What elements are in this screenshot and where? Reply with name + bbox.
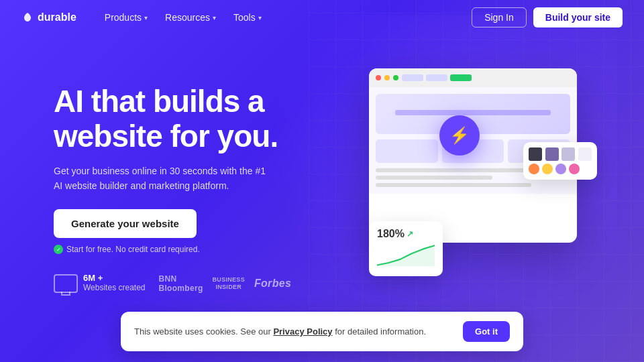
dot-red [376, 75, 381, 80]
build-site-button[interactable]: Build your site [533, 7, 623, 27]
palette-swatch [578, 147, 592, 161]
trend-up-icon: ↗ [407, 229, 413, 239]
nav-btn [402, 74, 423, 81]
text-line [376, 168, 531, 172]
hero-section: AI that builds a website for you. Get yo… [0, 35, 644, 330]
palette-swatch [545, 147, 559, 161]
free-note: ✓ Start for free. No credit card require… [54, 245, 335, 254]
stat-number: 6M + [83, 273, 146, 283]
cookie-banner: This website uses cookies. See our Priva… [121, 312, 523, 351]
press-forbes: Forbes [254, 278, 291, 290]
mini-chart [377, 243, 435, 267]
privacy-policy-link[interactable]: Privacy Policy [273, 326, 332, 337]
nav-tools[interactable]: Tools ▾ [227, 8, 268, 27]
dot-yellow [384, 75, 390, 80]
text-line [376, 176, 492, 180]
palette-dot [529, 164, 539, 174]
palette-swatch [561, 147, 575, 161]
text-line [376, 183, 531, 187]
nav-btn [450, 74, 472, 81]
section-block [376, 139, 438, 163]
nav-links: Products ▾ Resources ▾ Tools ▾ [98, 8, 472, 27]
browser-bar [369, 68, 577, 87]
checkmark-icon: ✓ [54, 245, 63, 254]
palette-card [523, 142, 597, 180]
bolt-circle: ⚡ [439, 115, 480, 156]
cookie-accept-button[interactable]: Got it [463, 321, 510, 342]
press-bloomberg: BNNBloomberg [159, 274, 203, 293]
stats-card: 180% ↗ [369, 221, 443, 276]
palette-dot [569, 164, 580, 174]
bolt-icon: ⚡ [449, 126, 470, 145]
hero-title: AI that builds a website for you. [54, 84, 335, 154]
nav-products[interactable]: Products ▾ [98, 8, 154, 27]
press-business-insider: BUSINESSINSIDER [213, 276, 245, 291]
social-proof: 6M + Websites created BNNBloomberg BUSIN… [54, 273, 335, 294]
press-logos: BNNBloomberg BUSINESSINSIDER Forbes [159, 274, 292, 293]
hero-left: AI that builds a website for you. Get yo… [54, 84, 335, 294]
chevron-down-icon: ▾ [258, 14, 262, 21]
dot-green [393, 75, 398, 80]
palette-dot [555, 164, 566, 174]
chevron-down-icon: ▾ [144, 14, 148, 21]
logo[interactable]: durable [21, 11, 76, 23]
palette-dot [542, 164, 553, 174]
palette-swatch [529, 147, 542, 161]
websites-stat: 6M + Websites created [54, 273, 146, 294]
nav-btn [426, 74, 447, 81]
stats-value: 180% ↗ [377, 228, 435, 240]
chevron-down-icon: ▾ [213, 14, 216, 21]
palette-row2 [529, 164, 592, 174]
nav-actions: Sign In Build your site [472, 7, 623, 27]
monitor-icon [54, 274, 78, 293]
browser-nav-btns [402, 74, 472, 81]
navbar: durable Products ▾ Resources ▾ Tools ▾ S… [0, 0, 644, 35]
signin-button[interactable]: Sign In [472, 7, 527, 27]
hero-illustration: ⚡ 180% ↗ [335, 55, 590, 323]
generate-website-button[interactable]: Generate your website [54, 209, 197, 238]
stat-label: Websites created [83, 283, 146, 294]
cookie-text: This website uses cookies. See our Priva… [134, 326, 452, 337]
palette-grid [529, 147, 592, 161]
nav-resources[interactable]: Resources ▾ [158, 8, 223, 27]
hero-subtitle: Get your business online in 30 seconds w… [54, 164, 268, 193]
